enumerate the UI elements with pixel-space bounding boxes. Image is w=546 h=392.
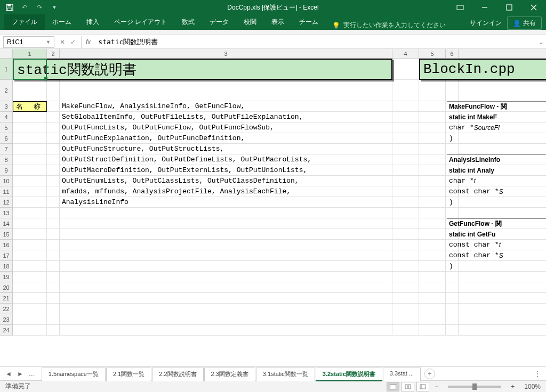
row-header[interactable]: 20 (0, 282, 13, 293)
cell[interactable] (13, 261, 47, 272)
row-header[interactable]: 11 (0, 186, 13, 197)
cell[interactable] (419, 314, 446, 325)
cell[interactable] (60, 218, 392, 229)
cell[interactable] (459, 325, 546, 336)
cell[interactable] (446, 304, 459, 314)
zoom-slider[interactable] (448, 386, 501, 388)
tab-data[interactable]: データ (202, 14, 236, 30)
cell[interactable] (419, 133, 446, 144)
name-box[interactable]: R1C1 ▼ (3, 36, 54, 48)
code-line[interactable]: const char * t (447, 240, 546, 250)
cell[interactable] (47, 208, 60, 218)
cell[interactable] (392, 59, 419, 80)
cell[interactable] (392, 165, 419, 176)
code-line[interactable]: ) (447, 261, 546, 272)
cell[interactable] (419, 112, 446, 123)
enter-icon[interactable]: ✓ (70, 38, 76, 46)
formula-input[interactable]: static関数説明書 (95, 37, 536, 47)
cell[interactable] (47, 186, 60, 197)
cell[interactable] (419, 272, 446, 282)
cell[interactable] (392, 314, 419, 325)
cancel-icon[interactable]: ✕ (60, 38, 65, 46)
minimize-button[interactable] (472, 0, 497, 15)
cell[interactable] (60, 304, 392, 314)
cell[interactable] (419, 325, 446, 336)
row-header[interactable]: 9 (0, 165, 13, 176)
fx-icon[interactable]: fx (82, 38, 95, 46)
cell[interactable] (47, 304, 60, 314)
cell[interactable] (446, 314, 459, 325)
cell[interactable] (13, 272, 47, 282)
cell[interactable] (419, 250, 446, 261)
tab-insert[interactable]: 挿入 (79, 14, 107, 30)
cell[interactable] (446, 325, 459, 336)
cell[interactable] (13, 218, 47, 229)
cell[interactable] (47, 176, 60, 186)
cell[interactable] (13, 154, 47, 165)
cell[interactable] (459, 272, 546, 282)
cell[interactable]: OutPutEnumLists, OutPutClassLists, OutPu… (60, 176, 392, 186)
cell[interactable]: OutPutFuncLists, OutPutFuncFlow, OutPutF… (60, 123, 392, 133)
tab-pagelayout[interactable]: ページ レイアウト (107, 14, 174, 30)
cell[interactable] (13, 314, 47, 325)
row-header[interactable]: 2 (0, 80, 13, 101)
chevron-down-icon[interactable]: ▼ (46, 39, 51, 45)
cell[interactable] (13, 112, 47, 123)
cell[interactable] (419, 144, 446, 154)
cell[interactable] (60, 208, 392, 218)
cell[interactable] (60, 229, 392, 240)
cell[interactable]: OutPutFuncStructure, OutPutStructLists, (60, 144, 392, 154)
cell[interactable] (13, 80, 47, 101)
sheet-nav-next-icon[interactable]: ► (15, 369, 26, 379)
cell[interactable] (47, 272, 60, 282)
cell[interactable] (13, 197, 47, 208)
cell[interactable] (419, 165, 446, 176)
cell[interactable] (392, 218, 419, 229)
close-button[interactable] (521, 0, 546, 15)
cell[interactable] (13, 123, 47, 133)
cell[interactable] (419, 282, 446, 293)
sheet-tab[interactable]: 1.5namespace一覧 (42, 368, 106, 381)
cell[interactable] (60, 314, 392, 325)
redo-icon[interactable]: ↷ (34, 2, 45, 13)
row-header[interactable]: 18 (0, 261, 13, 272)
sheet-tab[interactable]: 3.2static関数説明書 (316, 368, 382, 381)
cell[interactable]: mfadds, mffunds, AnalysisProjectFile, An… (60, 186, 392, 197)
sheet-scroll-icon[interactable]: ⋮ (529, 370, 546, 378)
zoom-in-button[interactable]: + (508, 383, 518, 390)
cell[interactable] (47, 229, 60, 240)
cell[interactable] (13, 293, 47, 304)
cell[interactable] (13, 240, 47, 250)
cell[interactable] (392, 80, 419, 101)
cell[interactable] (47, 314, 60, 325)
column-header[interactable] (459, 49, 546, 59)
qat-dropdown-icon[interactable]: ▼ (49, 2, 60, 13)
view-pagebreak-icon[interactable] (416, 382, 429, 391)
add-sheet-button[interactable]: + (424, 369, 435, 379)
tell-me-search[interactable]: 💡 実行したい作業を入力してください (332, 21, 446, 30)
cell[interactable] (419, 208, 446, 218)
sheet-tab[interactable]: 3.3stat ... (383, 368, 421, 381)
title-banner-left[interactable]: static関数説明書 (13, 59, 392, 80)
row-header[interactable]: 21 (0, 293, 13, 304)
column-header[interactable]: 3 (60, 49, 392, 59)
tab-review[interactable]: 校閲 (236, 14, 264, 30)
cell[interactable] (459, 282, 546, 293)
cell[interactable] (392, 261, 419, 272)
tab-home[interactable]: ホーム (45, 14, 79, 30)
code-line[interactable]: static int GetFu (447, 229, 546, 240)
cell[interactable] (60, 282, 392, 293)
cell[interactable] (13, 325, 47, 336)
sheet-nav-more-icon[interactable]: … (27, 369, 37, 379)
code-line[interactable]: MakeFuncFlow - 関 (447, 101, 546, 112)
cell[interactable] (47, 123, 60, 133)
cell[interactable]: OutPutMacroDefinition, OutPutExternLists… (60, 165, 392, 176)
row-header[interactable]: 15 (0, 229, 13, 240)
code-line[interactable] (447, 208, 546, 218)
cell[interactable] (47, 112, 60, 123)
code-line[interactable] (447, 144, 546, 154)
cell[interactable] (419, 218, 446, 229)
row-header[interactable]: 22 (0, 304, 13, 314)
zoom-out-button[interactable]: − (431, 383, 441, 390)
row-header[interactable]: 12 (0, 197, 13, 208)
